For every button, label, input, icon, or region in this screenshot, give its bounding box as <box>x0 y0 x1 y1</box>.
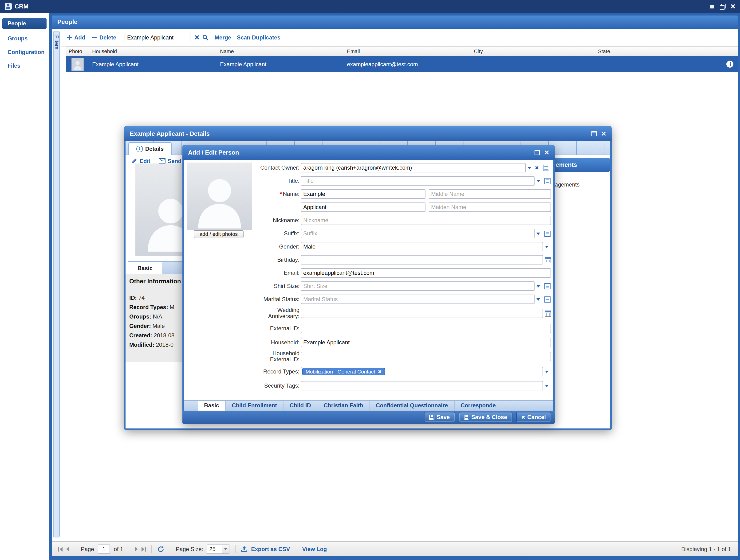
sidebar-item-files[interactable]: Files <box>7 63 20 69</box>
chevron-down-icon[interactable] <box>528 166 531 169</box>
column-header-city[interactable]: City <box>471 47 595 56</box>
page-label: Page <box>81 546 94 552</box>
lookup-icon[interactable] <box>544 178 551 184</box>
column-header-household[interactable]: Household <box>89 47 217 56</box>
contact-owner-input[interactable] <box>301 163 526 173</box>
marital-status-input[interactable] <box>301 295 535 304</box>
maximize-icon[interactable] <box>591 131 596 136</box>
add-edit-photos-button[interactable]: add / edit photos <box>194 230 244 238</box>
filters-collapsed-panel[interactable]: Filters <box>53 31 60 538</box>
restore-icon[interactable] <box>720 4 725 9</box>
maximize-icon[interactable] <box>535 150 540 155</box>
send-button[interactable]: Send <box>159 157 181 164</box>
page-of-label: of 1 <box>114 546 123 552</box>
merge-button[interactable]: Merge <box>215 34 231 41</box>
search-input[interactable] <box>125 33 191 42</box>
prev-page-button[interactable] <box>66 547 69 551</box>
save-button[interactable]: Save <box>424 412 455 422</box>
page-size-trigger[interactable] <box>222 544 229 554</box>
last-page-button[interactable] <box>142 547 146 551</box>
title-input[interactable] <box>301 176 535 186</box>
page-number-input[interactable] <box>98 544 110 554</box>
tab-child-id[interactable]: Child ID <box>283 400 317 411</box>
wedding-anniversary-input[interactable] <box>301 309 543 318</box>
minimize-icon[interactable] <box>710 4 715 9</box>
lookup-icon[interactable] <box>543 165 549 171</box>
close-icon[interactable] <box>730 4 735 9</box>
external-id-label: External ID: <box>184 325 299 331</box>
calendar-icon[interactable] <box>545 310 551 316</box>
gender-input[interactable] <box>301 242 543 251</box>
disk-icon <box>464 415 469 420</box>
remove-tag-icon[interactable] <box>378 370 382 373</box>
cancel-button[interactable]: Cancel <box>516 412 551 422</box>
chevron-down-icon[interactable] <box>545 384 549 387</box>
tab-child-enrollment[interactable]: Child Enrollment <box>226 400 283 411</box>
column-header-state[interactable]: State <box>595 47 738 56</box>
chevron-down-icon[interactable] <box>536 232 540 235</box>
tab-confidential-questionnaire[interactable]: Confidential Questionnaire <box>370 400 455 411</box>
column-header-email[interactable]: Email <box>344 47 471 56</box>
clear-icon[interactable] <box>535 166 539 170</box>
chevron-down-icon[interactable] <box>536 298 540 301</box>
chevron-down-icon[interactable] <box>536 180 540 182</box>
chevron-down-icon[interactable] <box>545 370 549 373</box>
lookup-icon[interactable] <box>544 283 551 289</box>
external-id-input[interactable] <box>301 324 551 333</box>
birthday-input[interactable] <box>301 255 543 264</box>
tab-basic[interactable]: Basic <box>198 400 226 411</box>
form-row-household-external-id: Household External ID: <box>184 349 553 364</box>
nickname-input[interactable] <box>301 216 551 225</box>
refresh-icon[interactable] <box>158 546 164 552</box>
middle-name-input[interactable] <box>429 189 551 199</box>
table-row[interactable]: Example Applicant Example Applicant exam… <box>66 57 738 72</box>
sidebar-item-people[interactable]: People <box>2 18 47 29</box>
suffix-input[interactable] <box>301 229 535 238</box>
export-csv-button[interactable]: Export as CSV <box>251 546 290 552</box>
search-icon[interactable] <box>202 34 209 41</box>
sidebar-item-configuration[interactable]: Configuration <box>7 49 44 55</box>
close-window-icon[interactable] <box>601 131 606 136</box>
shirt-size-input[interactable] <box>301 282 535 291</box>
scan-duplicates-button[interactable]: Scan Duplicates <box>237 34 280 41</box>
security-tags-input[interactable] <box>301 381 543 390</box>
column-header-name[interactable]: Name <box>217 47 344 56</box>
app-title: CRM <box>15 3 28 10</box>
chevron-down-icon[interactable] <box>536 285 540 287</box>
tab-details[interactable]: Details <box>128 142 172 155</box>
envelope-icon <box>159 158 165 163</box>
edit-button[interactable]: Edit <box>131 157 150 164</box>
lookup-icon[interactable] <box>544 296 551 302</box>
first-page-button[interactable] <box>58 547 63 551</box>
add-button[interactable]: Add <box>67 34 85 41</box>
close-modal-icon[interactable] <box>544 150 549 155</box>
disk-icon <box>429 415 434 420</box>
first-name-input[interactable] <box>301 189 426 199</box>
row-info-icon[interactable] <box>726 61 733 68</box>
view-log-button[interactable]: View Log <box>302 546 327 552</box>
pencil-icon <box>131 158 137 164</box>
chevron-down-icon[interactable] <box>545 245 549 248</box>
tab-basic[interactable]: Basic <box>128 261 162 274</box>
form-row-wedding-anniversary: Wedding Anniversary: <box>184 306 553 321</box>
household-external-id-input[interactable] <box>301 352 551 361</box>
clear-search-icon[interactable] <box>194 35 200 40</box>
filters-label: Filters <box>54 31 60 49</box>
tab-christian-faith[interactable]: Christian Faith <box>317 400 370 411</box>
calendar-icon[interactable] <box>545 257 551 263</box>
right-panel-header-text: ements <box>556 161 577 168</box>
next-page-button[interactable] <box>135 547 138 551</box>
record-types-combo[interactable]: Mobilization - General Contact <box>301 367 543 376</box>
last-name-input[interactable] <box>301 203 426 212</box>
save-and-close-button[interactable]: Save & Close <box>459 412 512 422</box>
delete-button[interactable]: Delete <box>92 34 116 41</box>
lookup-icon[interactable] <box>544 230 551 237</box>
column-header-photo[interactable]: Photo <box>66 47 89 56</box>
maiden-name-input[interactable] <box>429 203 551 212</box>
tab-correspondence[interactable]: Corresponde <box>454 400 502 411</box>
household-input[interactable] <box>301 338 551 347</box>
row-email: exampleapplicant@test.com <box>344 61 471 68</box>
email-field[interactable] <box>301 268 551 277</box>
page-size-input[interactable] <box>207 544 222 554</box>
sidebar-item-groups[interactable]: Groups <box>7 35 27 42</box>
